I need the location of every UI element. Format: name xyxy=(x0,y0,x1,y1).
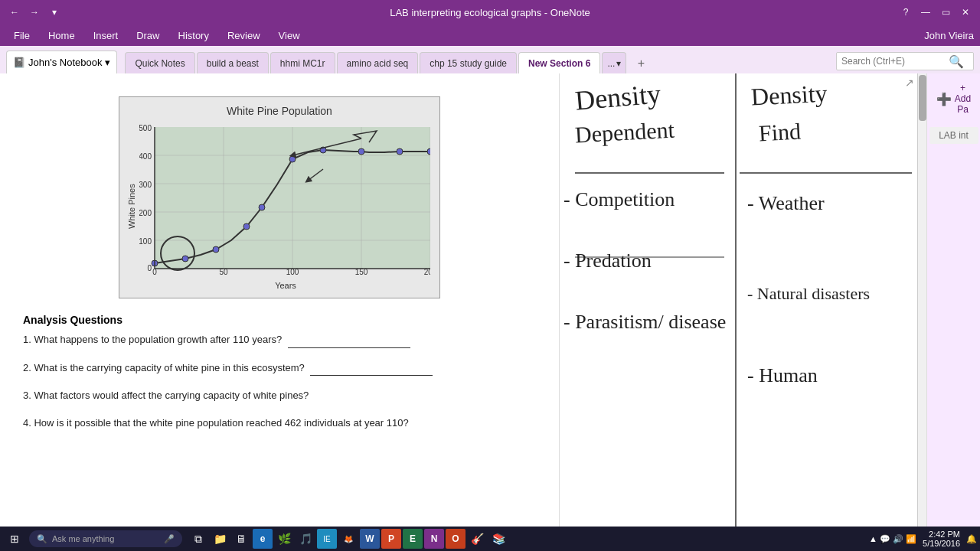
taskbar-app-11[interactable]: O xyxy=(446,529,466,549)
explorer-icon[interactable]: 📁 xyxy=(210,529,230,549)
svg-text:300: 300 xyxy=(139,181,152,189)
dependent-text: Dependent xyxy=(574,117,675,148)
mic-icon: 🎤 xyxy=(164,534,175,544)
notebook-selector[interactable]: 📓 John's Notebook ▾ xyxy=(6,51,117,73)
extra-button[interactable]: ▾ xyxy=(46,4,63,21)
human-text: - Human xyxy=(747,364,818,387)
svg-point-28 xyxy=(397,148,403,155)
svg-text:500: 500 xyxy=(139,124,152,132)
tab-quick-notes[interactable]: Quick Notes xyxy=(125,52,194,73)
svg-text:0: 0 xyxy=(147,264,152,272)
graph-svg: 500 400 300 200 100 0 0 50 100 150 xyxy=(139,123,430,276)
graph-body: White Pines xyxy=(127,123,432,290)
tab-build-a-beast[interactable]: build a beast xyxy=(197,52,269,73)
time-display: 2:42 PM xyxy=(923,530,960,539)
svg-text:200: 200 xyxy=(139,209,152,217)
search-icon: 🔍 xyxy=(37,534,47,544)
taskbar-app-2[interactable]: e xyxy=(253,529,273,549)
svg-point-21 xyxy=(182,256,188,262)
search-input[interactable] xyxy=(841,56,949,67)
taskbar-app-5[interactable]: IE xyxy=(317,529,337,549)
taskbar-app-9[interactable]: E xyxy=(403,529,423,549)
search-icon[interactable]: 🔍 xyxy=(949,54,964,69)
answer-line-2 xyxy=(310,360,433,377)
lab-int-page[interactable]: LAB int xyxy=(929,127,978,144)
tab-add-button[interactable]: + xyxy=(631,54,651,73)
tab-chp-15-study-guide[interactable]: chp 15 study guide xyxy=(420,52,517,73)
taskbar-app-7[interactable]: W xyxy=(360,529,380,549)
question-1: 1. What happens to the population growth… xyxy=(23,332,536,348)
density-right-text: Density xyxy=(750,79,828,111)
taskbar-app-12[interactable]: 🎸 xyxy=(467,529,487,549)
more-chevron: ▾ xyxy=(616,58,621,69)
user-name: John Vieira xyxy=(924,30,974,41)
question-2: 2. What is the carrying capacity of whit… xyxy=(23,360,536,377)
forward-button[interactable]: → xyxy=(26,4,43,21)
help-button[interactable]: ? xyxy=(897,4,914,21)
start-button[interactable]: ⊞ xyxy=(3,528,26,549)
svg-point-24 xyxy=(259,204,265,210)
note-page: White Pine Population White Pines xyxy=(0,73,559,527)
menu-review[interactable]: Review xyxy=(220,28,268,43)
search-box[interactable]: 🔍 xyxy=(836,52,974,70)
svg-text:400: 400 xyxy=(139,152,152,161)
tab-amino-acid-seq[interactable]: amino acid seq xyxy=(337,52,419,73)
menu-home[interactable]: Home xyxy=(41,28,83,43)
menu-bar: File Home Insert Draw History Review Vie… xyxy=(0,24,980,46)
menu-view[interactable]: View xyxy=(271,28,308,43)
taskbar-app-8[interactable]: P xyxy=(381,529,401,549)
title-bar: ← → ▾ LAB interpreting ecological graphs… xyxy=(0,0,980,24)
taskbar-icons: ⧉ 📁 🖥 e 🌿 🎵 IE 🦊 W P E N O 🎸 📚 xyxy=(188,529,508,549)
restore-button[interactable]: ▭ xyxy=(937,4,954,21)
x-axis-label: Years xyxy=(139,281,432,290)
graph-section: White Pine Population White Pines xyxy=(0,81,559,314)
taskbar-app-1[interactable]: 🖥 xyxy=(231,529,251,549)
graph-title: White Pine Population xyxy=(127,105,432,117)
taskbar-app-4[interactable]: 🎵 xyxy=(296,529,315,549)
date-display: 5/19/2016 xyxy=(923,539,960,548)
close-button[interactable]: ✕ xyxy=(957,4,974,21)
taskbar-app-6[interactable]: 🦊 xyxy=(338,529,358,549)
natural-disasters-text: - Natural disasters xyxy=(747,284,870,304)
taskbar: ⊞ 🔍 Ask me anything 🎤 ⧉ 📁 🖥 e 🌿 🎵 IE 🦊 W… xyxy=(0,527,980,551)
menu-draw[interactable]: Draw xyxy=(129,28,167,43)
taskbar-app-10[interactable]: N xyxy=(424,529,444,549)
clock: 2:42 PM 5/19/2016 xyxy=(923,530,960,548)
more-dots: ... xyxy=(607,58,615,69)
nav-buttons: ← → ▾ xyxy=(6,4,63,21)
svg-point-27 xyxy=(358,148,364,155)
taskbar-app-13[interactable]: 📚 xyxy=(488,529,508,549)
menu-history[interactable]: History xyxy=(171,28,217,43)
menu-file[interactable]: File xyxy=(6,28,38,43)
content-wrapper: White Pine Population White Pines xyxy=(0,73,980,527)
tab-hhmi-mc1r[interactable]: hhmi MC1r xyxy=(270,52,335,73)
scrollbar-thumb[interactable] xyxy=(919,75,926,121)
minimize-button[interactable]: — xyxy=(917,4,934,21)
analysis-section: Analysis Questions 1. What happens to th… xyxy=(0,314,559,430)
svg-point-22 xyxy=(213,246,219,253)
handwriting-area: Density Density Dependent Find - Competi… xyxy=(559,73,926,527)
menu-insert[interactable]: Insert xyxy=(86,28,126,43)
tab-more[interactable]: ... ▾ xyxy=(602,52,626,73)
parasitism-text: - Parasitism/ disease xyxy=(564,311,726,334)
system-icons: ▲ 💬 🔊 📶 xyxy=(869,534,916,544)
y-axis-label: White Pines xyxy=(127,123,136,290)
svg-point-23 xyxy=(243,223,250,230)
tabs-bar: 📓 John's Notebook ▾ Quick Notes build a … xyxy=(0,46,980,73)
vertical-scrollbar[interactable] xyxy=(917,73,926,527)
taskbar-right: ▲ 💬 🔊 📶 2:42 PM 5/19/2016 🔔 xyxy=(869,530,977,548)
task-view-button[interactable]: ⧉ xyxy=(188,529,208,549)
taskbar-search[interactable]: 🔍 Ask me anything 🎤 xyxy=(29,530,182,547)
competition-text: - Competition xyxy=(564,188,675,211)
answer-line-1 xyxy=(288,332,410,348)
taskbar-app-3[interactable]: 🌿 xyxy=(274,529,294,549)
add-page-icon: ➕ xyxy=(936,92,952,106)
right-panel: ➕ + Add Pa LAB int xyxy=(926,73,980,527)
weather-text: - Weather xyxy=(747,192,825,215)
tab-new-section-6[interactable]: New Section 6 xyxy=(518,52,600,73)
expand-icon[interactable]: ↗ xyxy=(905,77,914,89)
add-page-button[interactable]: ➕ + Add Pa xyxy=(930,80,977,118)
back-button[interactable]: ← xyxy=(6,4,23,21)
search-placeholder: Ask me anything xyxy=(52,534,114,543)
predation-text: - Predation xyxy=(564,249,652,272)
